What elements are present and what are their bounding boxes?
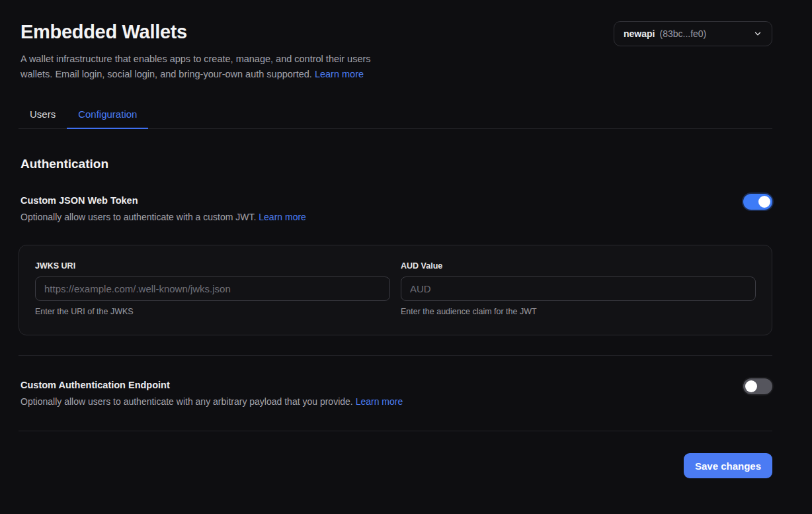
jwks-uri-helper: Enter the URI of the JWKS (35, 307, 390, 316)
page-header: Embedded Wallets A wallet infrastructure… (19, 21, 772, 81)
jwt-setting-title: Custom JSON Web Token (19, 195, 306, 206)
divider (19, 431, 772, 431)
endpoint-setting-description: Optionally allow users to authenticate w… (19, 396, 403, 407)
jwt-toggle-knob (758, 196, 770, 208)
api-key-name: newapi (624, 28, 655, 39)
aud-value-helper: Enter the audience claim for the JWT (401, 307, 756, 316)
save-changes-button[interactable]: Save changes (684, 453, 772, 478)
jwt-setting-text: Custom JSON Web Token Optionally allow u… (19, 195, 306, 222)
endpoint-learn-more-link[interactable]: Learn more (356, 396, 403, 407)
page-title: Embedded Wallets (19, 21, 391, 43)
authentication-heading: Authentication (19, 157, 772, 171)
endpoint-setting-title: Custom Authentication Endpoint (19, 380, 403, 390)
page-description: A wallet infrastructure that enables app… (19, 52, 391, 81)
header-text-block: Embedded Wallets A wallet infrastructure… (19, 21, 391, 81)
jwt-config-card: JWKS URI Enter the URI of the JWKS AUD V… (19, 245, 772, 335)
embedded-wallets-page: Embedded Wallets A wallet infrastructure… (0, 0, 812, 514)
endpoint-toggle[interactable] (743, 378, 772, 394)
aud-value-label: AUD Value (401, 261, 756, 271)
tab-bar: Users Configuration (19, 108, 772, 129)
tab-users[interactable]: Users (19, 108, 67, 129)
jwt-learn-more-link[interactable]: Learn more (259, 212, 306, 222)
endpoint-setting-row: Custom Authentication Endpoint Optionall… (19, 380, 772, 407)
endpoint-toggle-knob (745, 380, 757, 392)
endpoint-setting-text: Custom Authentication Endpoint Optionall… (19, 380, 403, 407)
footer-actions: Save changes (19, 453, 772, 478)
jwks-uri-input[interactable] (35, 277, 390, 301)
jwks-uri-field: JWKS URI Enter the URI of the JWKS (35, 261, 390, 316)
chevron-down-icon (753, 29, 762, 38)
jwks-uri-label: JWKS URI (35, 261, 390, 271)
jwt-setting-description-text: Optionally allow users to authenticate w… (20, 212, 256, 222)
jwt-setting-row: Custom JSON Web Token Optionally allow u… (19, 195, 772, 222)
aud-value-input[interactable] (401, 277, 756, 301)
jwt-toggle[interactable] (743, 194, 772, 210)
aud-value-field: AUD Value Enter the audience claim for t… (401, 261, 756, 316)
divider (19, 355, 772, 356)
api-key-id: (83bc...fe0) (659, 28, 706, 39)
jwt-setting-description: Optionally allow users to authenticate w… (19, 212, 306, 222)
endpoint-setting-description-text: Optionally allow users to authenticate w… (20, 396, 353, 407)
tab-configuration[interactable]: Configuration (67, 108, 148, 129)
header-learn-more-link[interactable]: Learn more (315, 69, 364, 79)
api-key-dropdown[interactable]: newapi (83bc...fe0) (614, 21, 772, 46)
